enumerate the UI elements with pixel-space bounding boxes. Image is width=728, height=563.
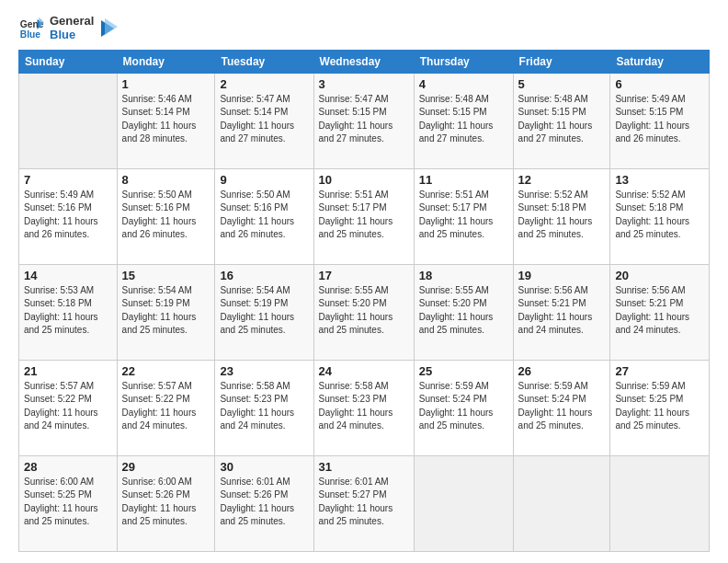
calendar-page: General Blue General Blue	[0, 0, 728, 563]
day-info: Sunrise: 6:00 AMSunset: 5:25 PMDaylight:…	[24, 476, 112, 529]
logo-blue-text: Blue	[50, 29, 94, 42]
day-info: Sunrise: 5:52 AMSunset: 5:18 PMDaylight:…	[615, 189, 704, 242]
day-number: 18	[419, 269, 508, 282]
day-number: 27	[615, 364, 704, 378]
weekday-header-wednesday: Wednesday	[313, 50, 414, 73]
day-number: 12	[518, 173, 606, 187]
day-info: Sunrise: 5:57 AMSunset: 5:22 PMDaylight:…	[24, 380, 112, 433]
logo: General Blue General Blue	[18, 15, 118, 42]
calendar-cell	[19, 73, 118, 168]
day-info: Sunrise: 5:55 AMSunset: 5:20 PMDaylight:…	[319, 284, 409, 338]
calendar-cell	[414, 455, 513, 551]
day-info: Sunrise: 5:50 AMSunset: 5:16 PMDaylight:…	[122, 189, 210, 242]
day-info: Sunrise: 6:00 AMSunset: 5:26 PMDaylight:…	[122, 476, 210, 529]
calendar-cell: 24Sunrise: 5:58 AMSunset: 5:23 PMDayligh…	[313, 360, 414, 455]
day-info: Sunrise: 5:58 AMSunset: 5:23 PMDaylight:…	[319, 380, 409, 433]
day-number: 13	[615, 173, 704, 187]
calendar-cell: 31Sunrise: 6:01 AMSunset: 5:27 PMDayligh…	[313, 455, 414, 551]
day-number: 29	[122, 460, 210, 474]
day-number: 30	[220, 460, 308, 474]
day-number: 9	[220, 173, 308, 187]
calendar-cell: 9Sunrise: 5:50 AMSunset: 5:16 PMDaylight…	[215, 168, 313, 264]
day-info: Sunrise: 5:59 AMSunset: 5:25 PMDaylight:…	[615, 380, 704, 433]
weekday-header-row: SundayMondayTuesdayWednesdayThursdayFrid…	[19, 50, 710, 73]
calendar-cell: 19Sunrise: 5:56 AMSunset: 5:21 PMDayligh…	[513, 264, 610, 360]
day-number: 25	[419, 364, 508, 378]
header: General Blue General Blue	[18, 15, 710, 42]
day-number: 4	[419, 77, 508, 91]
day-number: 19	[518, 269, 606, 282]
weekday-header-tuesday: Tuesday	[215, 50, 313, 73]
weekday-header-friday: Friday	[513, 50, 610, 73]
day-info: Sunrise: 5:49 AMSunset: 5:15 PMDaylight:…	[615, 93, 704, 146]
day-info: Sunrise: 5:48 AMSunset: 5:15 PMDaylight:…	[419, 93, 508, 146]
svg-marker-5	[105, 18, 118, 35]
day-info: Sunrise: 5:54 AMSunset: 5:19 PMDaylight:…	[220, 284, 308, 338]
day-number: 26	[518, 364, 606, 378]
calendar-cell: 8Sunrise: 5:50 AMSunset: 5:16 PMDaylight…	[117, 168, 215, 264]
logo-icon: General Blue	[18, 16, 44, 41]
weekday-header-saturday: Saturday	[610, 50, 710, 73]
calendar-cell: 26Sunrise: 5:59 AMSunset: 5:24 PMDayligh…	[513, 360, 610, 455]
day-number: 10	[319, 173, 409, 187]
calendar-cell: 21Sunrise: 5:57 AMSunset: 5:22 PMDayligh…	[19, 360, 118, 455]
calendar-cell	[513, 455, 610, 551]
week-row-4: 21Sunrise: 5:57 AMSunset: 5:22 PMDayligh…	[19, 360, 710, 455]
calendar-cell: 12Sunrise: 5:52 AMSunset: 5:18 PMDayligh…	[513, 168, 610, 264]
calendar-cell: 27Sunrise: 5:59 AMSunset: 5:25 PMDayligh…	[610, 360, 710, 455]
day-number: 7	[24, 173, 112, 187]
calendar-table: SundayMondayTuesdayWednesdayThursdayFrid…	[18, 50, 710, 552]
day-number: 5	[518, 77, 606, 91]
calendar-cell: 1Sunrise: 5:46 AMSunset: 5:14 PMDaylight…	[117, 73, 215, 168]
day-number: 20	[615, 269, 704, 282]
day-info: Sunrise: 5:46 AMSunset: 5:14 PMDaylight:…	[122, 93, 210, 146]
day-number: 2	[220, 77, 308, 91]
day-number: 22	[122, 364, 210, 378]
week-row-5: 28Sunrise: 6:00 AMSunset: 5:25 PMDayligh…	[19, 455, 710, 551]
day-number: 3	[319, 77, 409, 91]
day-info: Sunrise: 5:51 AMSunset: 5:17 PMDaylight:…	[419, 189, 508, 242]
weekday-header-monday: Monday	[117, 50, 215, 73]
calendar-cell: 3Sunrise: 5:47 AMSunset: 5:15 PMDaylight…	[313, 73, 414, 168]
calendar-cell: 14Sunrise: 5:53 AMSunset: 5:18 PMDayligh…	[19, 264, 118, 360]
calendar-cell: 18Sunrise: 5:55 AMSunset: 5:20 PMDayligh…	[414, 264, 513, 360]
day-info: Sunrise: 6:01 AMSunset: 5:27 PMDaylight:…	[319, 476, 409, 529]
day-number: 6	[615, 77, 704, 91]
day-info: Sunrise: 5:58 AMSunset: 5:23 PMDaylight:…	[220, 380, 308, 433]
day-number: 8	[122, 173, 210, 187]
day-info: Sunrise: 5:55 AMSunset: 5:20 PMDaylight:…	[419, 284, 508, 338]
calendar-cell: 23Sunrise: 5:58 AMSunset: 5:23 PMDayligh…	[215, 360, 313, 455]
calendar-cell: 16Sunrise: 5:54 AMSunset: 5:19 PMDayligh…	[215, 264, 313, 360]
calendar-cell: 30Sunrise: 6:01 AMSunset: 5:26 PMDayligh…	[215, 455, 313, 551]
day-info: Sunrise: 5:50 AMSunset: 5:16 PMDaylight:…	[220, 189, 308, 242]
day-info: Sunrise: 5:54 AMSunset: 5:19 PMDaylight:…	[122, 284, 210, 338]
calendar-cell: 25Sunrise: 5:59 AMSunset: 5:24 PMDayligh…	[414, 360, 513, 455]
day-number: 14	[24, 269, 112, 282]
week-row-2: 7Sunrise: 5:49 AMSunset: 5:16 PMDaylight…	[19, 168, 710, 264]
calendar-cell: 10Sunrise: 5:51 AMSunset: 5:17 PMDayligh…	[313, 168, 414, 264]
calendar-cell: 22Sunrise: 5:57 AMSunset: 5:22 PMDayligh…	[117, 360, 215, 455]
day-info: Sunrise: 5:53 AMSunset: 5:18 PMDaylight:…	[24, 284, 112, 338]
weekday-header-thursday: Thursday	[414, 50, 513, 73]
day-number: 1	[122, 77, 210, 91]
day-number: 31	[319, 460, 409, 474]
day-info: Sunrise: 6:01 AMSunset: 5:26 PMDaylight:…	[220, 476, 308, 529]
week-row-3: 14Sunrise: 5:53 AMSunset: 5:18 PMDayligh…	[19, 264, 710, 360]
day-info: Sunrise: 5:47 AMSunset: 5:14 PMDaylight:…	[220, 93, 308, 146]
svg-text:Blue: Blue	[20, 29, 41, 40]
day-number: 11	[419, 173, 508, 187]
calendar-cell: 7Sunrise: 5:49 AMSunset: 5:16 PMDaylight…	[19, 168, 118, 264]
calendar-cell: 6Sunrise: 5:49 AMSunset: 5:15 PMDaylight…	[610, 73, 710, 168]
calendar-cell: 28Sunrise: 6:00 AMSunset: 5:25 PMDayligh…	[19, 455, 118, 551]
day-number: 16	[220, 269, 308, 282]
day-info: Sunrise: 5:48 AMSunset: 5:15 PMDaylight:…	[518, 93, 606, 146]
calendar-cell: 29Sunrise: 6:00 AMSunset: 5:26 PMDayligh…	[117, 455, 215, 551]
day-info: Sunrise: 5:56 AMSunset: 5:21 PMDaylight:…	[615, 284, 704, 338]
logo-general-text: General	[50, 15, 94, 29]
day-number: 28	[24, 460, 112, 474]
weekday-header-sunday: Sunday	[19, 50, 118, 73]
day-info: Sunrise: 5:51 AMSunset: 5:17 PMDaylight:…	[319, 189, 409, 242]
day-number: 24	[319, 364, 409, 378]
day-number: 15	[122, 269, 210, 282]
day-info: Sunrise: 5:59 AMSunset: 5:24 PMDaylight:…	[419, 380, 508, 433]
